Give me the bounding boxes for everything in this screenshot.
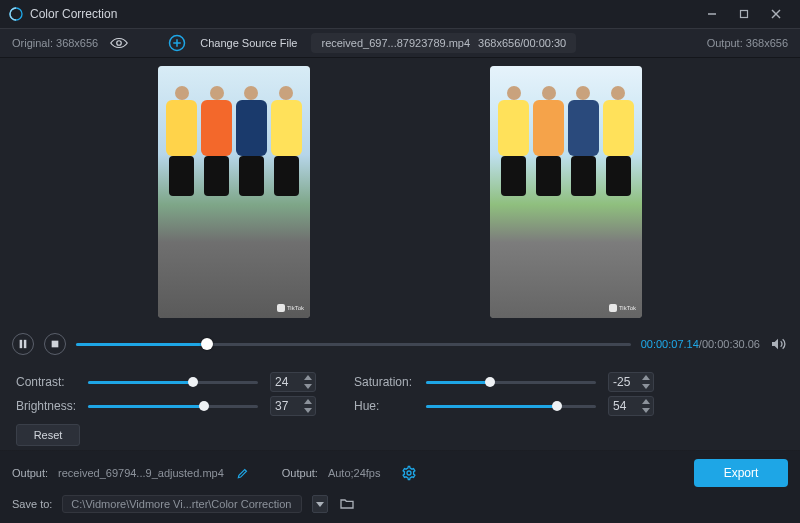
spin-down-icon[interactable] — [641, 407, 651, 414]
original-dimensions: Original: 368x656 — [12, 37, 98, 49]
preview-toggle-icon[interactable] — [110, 36, 128, 50]
source-fileinfo: 368x656/00:00:30 — [478, 37, 566, 49]
brightness-label: Brightness: — [16, 399, 88, 413]
spin-down-icon[interactable] — [303, 407, 313, 414]
time-total: 00:00:30.06 — [702, 338, 760, 350]
seek-bar[interactable] — [76, 334, 631, 354]
save-to-key: Save to: — [12, 498, 52, 510]
svg-marker-12 — [772, 339, 778, 350]
contrast-input[interactable]: 24 — [270, 372, 316, 392]
spin-down-icon[interactable] — [641, 383, 651, 390]
output-format-key: Output: — [282, 467, 318, 479]
hue-control: Hue: 54 — [354, 396, 654, 416]
close-button[interactable] — [760, 2, 792, 26]
brightness-slider[interactable] — [88, 397, 258, 415]
svg-rect-10 — [24, 340, 26, 348]
original-preview: TikTok — [158, 66, 310, 318]
svg-rect-2 — [741, 11, 748, 18]
watermark-icon: TikTok — [277, 304, 304, 312]
svg-rect-11 — [52, 341, 59, 348]
spin-up-icon[interactable] — [303, 374, 313, 381]
contrast-slider[interactable] — [88, 373, 258, 391]
browse-folder-icon[interactable] — [338, 495, 356, 513]
pause-button[interactable] — [12, 333, 34, 355]
svg-point-5 — [117, 41, 122, 46]
saturation-input[interactable]: -25 — [608, 372, 654, 392]
maximize-button[interactable] — [728, 2, 760, 26]
output-file-key: Output: — [12, 467, 48, 479]
minimize-button[interactable] — [696, 2, 728, 26]
hue-input[interactable]: 54 — [608, 396, 654, 416]
contrast-label: Contrast: — [16, 375, 88, 389]
contrast-control: Contrast: 24 — [16, 372, 316, 392]
spin-up-icon[interactable] — [303, 398, 313, 405]
saturation-control: Saturation: -25 — [354, 372, 654, 392]
output-format-value: Auto;24fps — [328, 467, 381, 479]
watermark-icon: TikTok — [609, 304, 636, 312]
save-path[interactable]: C:\Vidmore\Vidmore Vi...rter\Color Corre… — [62, 495, 302, 513]
export-button[interactable]: Export — [694, 459, 788, 487]
spin-up-icon[interactable] — [641, 398, 651, 405]
stop-button[interactable] — [44, 333, 66, 355]
path-dropdown-icon[interactable] — [312, 495, 328, 513]
saturation-label: Saturation: — [354, 375, 426, 389]
top-info-row: Original: 368x656 Change Source File rec… — [0, 28, 800, 58]
adjustment-panel: Contrast: 24 Saturation: -25 Brightness:… — [0, 362, 800, 450]
hue-slider[interactable] — [426, 397, 596, 415]
titlebar: Color Correction — [0, 0, 800, 28]
change-source-link[interactable]: Change Source File — [200, 37, 297, 49]
app-logo-icon — [8, 6, 24, 22]
spin-down-icon[interactable] — [303, 383, 313, 390]
timecode: 00:00:07.14/00:00:30.06 — [641, 338, 760, 350]
footer: Output: received_69794...9_adjusted.mp4 … — [0, 451, 800, 523]
edit-output-icon[interactable] — [234, 464, 252, 482]
preview-area: TikTok TikTok — [0, 58, 800, 326]
volume-icon[interactable] — [770, 335, 788, 353]
svg-rect-9 — [20, 340, 23, 348]
adjusted-preview: TikTok — [490, 66, 642, 318]
playback-row: 00:00:07.14/00:00:30.06 — [0, 326, 800, 362]
saturation-slider[interactable] — [426, 373, 596, 391]
add-source-icon[interactable] — [168, 34, 186, 52]
window-title: Color Correction — [30, 7, 117, 21]
svg-point-13 — [407, 471, 411, 475]
time-current: 00:00:07.14 — [641, 338, 699, 350]
output-settings-icon[interactable] — [400, 464, 418, 482]
hue-label: Hue: — [354, 399, 426, 413]
source-filename: received_697...87923789.mp4 — [321, 37, 470, 49]
brightness-control: Brightness: 37 — [16, 396, 316, 416]
source-file-chip[interactable]: received_697...87923789.mp4 368x656/00:0… — [311, 33, 576, 53]
spin-up-icon[interactable] — [641, 374, 651, 381]
output-file-value: received_69794...9_adjusted.mp4 — [58, 467, 224, 479]
brightness-input[interactable]: 37 — [270, 396, 316, 416]
reset-button[interactable]: Reset — [16, 424, 80, 446]
output-dimensions: Output: 368x656 — [707, 37, 788, 49]
app-window: Color Correction Original: 368x656 Chang… — [0, 0, 800, 523]
